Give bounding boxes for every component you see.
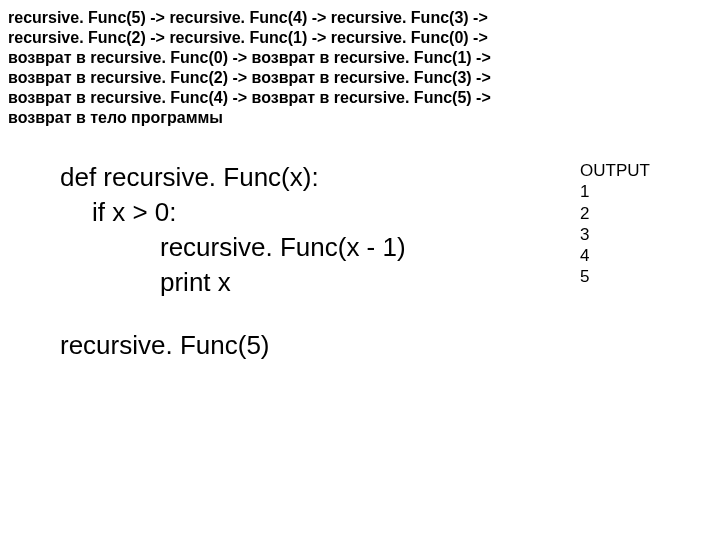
trace-line: возврат в тело программы xyxy=(8,108,491,128)
code-line-recurse: recursive. Func(x - 1) xyxy=(60,230,406,265)
output-title: OUTPUT xyxy=(580,160,650,181)
call-trace: recursive. Func(5) -> recursive. Func(4)… xyxy=(8,8,491,128)
code-line-call: recursive. Func(5) xyxy=(60,328,406,363)
trace-line: recursive. Func(5) -> recursive. Func(4)… xyxy=(8,8,491,28)
trace-line: возврат в recursive. Func(4) -> возврат … xyxy=(8,88,491,108)
output-value: 3 xyxy=(580,224,650,245)
trace-line: recursive. Func(2) -> recursive. Func(1)… xyxy=(8,28,491,48)
code-line-def: def recursive. Func(x): xyxy=(60,160,406,195)
code-line-if: if x > 0: xyxy=(60,195,406,230)
code-line-print: print x xyxy=(60,265,406,300)
trace-line: возврат в recursive. Func(2) -> возврат … xyxy=(8,68,491,88)
output-value: 1 xyxy=(580,181,650,202)
output-block: OUTPUT 1 2 3 4 5 xyxy=(580,160,650,288)
output-value: 5 xyxy=(580,266,650,287)
trace-line: возврат в recursive. Func(0) -> возврат … xyxy=(8,48,491,68)
output-value: 2 xyxy=(580,203,650,224)
output-value: 4 xyxy=(580,245,650,266)
code-block: def recursive. Func(x): if x > 0: recurs… xyxy=(60,160,406,363)
